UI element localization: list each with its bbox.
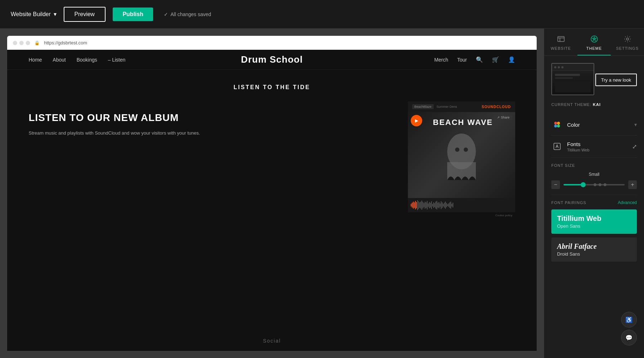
color-icon-svg [553,120,561,129]
browser-dot-green [26,41,30,45]
main-content: 🔒 https://gdsbrtest.com Home About Booki… [0,29,644,358]
browser-dot-yellow [19,41,24,45]
svg-point-9 [554,122,557,125]
slider-fill [564,184,582,185]
font-card-abril-primary: Abril Fatface [557,242,631,251]
sc-image-area: ▶ BEACH WAVE ↗ Share [408,112,515,198]
chat-icon-2[interactable]: 💬 [621,330,637,345]
sc-track: Summer Dens [436,105,457,108]
sc-album-title: BEACH WAVE [433,118,493,127]
color-icon [551,119,563,130]
font-card-titillium-secondary: Open Sans [557,223,631,229]
font-card-abril[interactable]: Abril Fatface Droid Sans [551,237,637,262]
svg-point-8 [626,38,629,40]
nav-about[interactable]: About [53,57,66,63]
browser-dot-red [13,41,17,45]
nav-bookings[interactable]: Bookings [77,57,97,63]
saved-status: ✓ All changes saved [164,11,211,17]
cart-icon[interactable]: 🛒 [492,56,499,63]
theme-thumbnail-inner [552,64,594,95]
tab-settings[interactable]: SETTINGS [611,29,644,55]
font-size-section: FONT SIZE Small − + [551,158,637,195]
site-title: Drum School [241,54,303,65]
nav-home[interactable]: Home [29,57,42,63]
theme-tab-icon [590,35,598,45]
font-size-slider-track[interactable] [564,184,625,185]
sc-info: BeachBlaze Summer Dens [412,104,457,109]
chat-icon-1[interactable]: ♿ [621,312,637,328]
listen-title: LISTEN TO THE TIDE [29,84,515,91]
album-text: LISTEN TO OUR NEW ALBUM Stream music and… [29,101,394,137]
share-icon: ↗ [497,116,500,119]
color-section-row[interactable]: Color ▾ [551,114,637,136]
sc-share-button[interactable]: ↗ Share [494,115,512,120]
search-icon[interactable]: 🔍 [476,56,483,63]
tab-website-label: WEBSITE [551,46,571,50]
font-size-plus-button[interactable]: + [628,180,637,189]
fonts-expand-icon: ⤢ [632,143,637,150]
font-pairings-header: FONT PAIRINGS Advanced [551,195,637,209]
site-nav: Home About Bookings – Listen Drum School… [7,50,537,70]
font-size-minus-button[interactable]: − [551,180,560,189]
color-section-title: Color [567,122,580,128]
site-nav-right: Merch Tour 🔍 🛒 👤 [434,56,515,63]
site-footer-social: Social [263,338,281,344]
sc-play-button[interactable]: ▶ [411,115,422,126]
tab-settings-label: SETTINGS [616,46,639,50]
saved-label: All changes saved [170,11,211,17]
current-theme-label: CURRENT THEME: KAI [551,102,637,107]
font-card-titillium[interactable]: Titillium Web Open Sans [551,209,637,234]
theme-thumbnail [551,63,594,95]
fonts-icon: A [551,141,563,152]
top-bar: Website Builder ▾ Preview Publish ✓ All … [0,0,644,29]
svg-point-12 [557,125,560,127]
browser-dots [13,41,30,45]
fonts-section-info: Fonts Titillium Web [567,141,589,152]
color-section-left: Color [551,119,580,130]
sc-footer: Cookie policy [408,212,515,218]
browser-chrome: 🔒 https://gdsbrtest.com [7,36,537,50]
fonts-icon-svg: A [553,142,561,151]
preview-button[interactable]: Preview [64,7,106,22]
font-pairings-label: FONT PAIRINGS [551,200,586,205]
accessibility-icon: ♿ [625,316,633,323]
fonts-section-row[interactable]: A Fonts Titillium Web ⤢ [551,136,637,158]
settings-tab-icon [624,35,631,45]
sc-brand: SOUNDCLOUD [482,105,511,109]
site-nav-left: Home About Bookings – Listen [29,57,126,63]
nav-merch[interactable]: Merch [434,57,448,63]
tab-theme[interactable]: THEME [577,29,611,55]
help-icon: 💬 [625,334,633,341]
font-size-value: Small [551,172,637,177]
nav-listen[interactable]: – Listen [108,57,126,63]
website-tab-icon [557,35,565,45]
album-heading: LISTEN TO OUR NEW ALBUM [29,112,394,124]
tab-website[interactable]: WEBSITE [544,29,577,55]
svg-rect-4 [558,37,564,42]
slider-dot-1 [594,183,596,186]
soundcloud-player: BeachBlaze Summer Dens SOUNDCLOUD [408,101,515,218]
svg-text:A: A [556,144,559,149]
color-chevron-icon: ▾ [634,122,637,127]
lock-icon: 🔒 [34,40,40,45]
try-new-look-button[interactable]: Try a new look [595,74,637,86]
publish-button[interactable]: Publish [113,8,153,21]
right-panel: WEBSITE THEME SETTINGS [544,29,644,358]
album-desc: Stream music and playlists with SoundClo… [29,129,394,137]
svg-point-10 [557,122,560,125]
account-icon[interactable]: 👤 [508,56,515,63]
fonts-section-title: Fonts [567,141,589,147]
site-body: LISTEN TO THE TIDE LISTEN TO OUR NEW ALB… [7,70,537,351]
website-content: Home About Bookings – Listen Drum School… [7,50,537,351]
nav-tour[interactable]: Tour [457,57,467,63]
svg-point-2 [455,147,459,152]
advanced-link[interactable]: Advanced [618,200,637,205]
theme-icon-svg [590,35,598,43]
website-builder-dropdown[interactable]: Website Builder ▾ [11,11,57,18]
settings-icon-svg [624,35,631,43]
preview-area: 🔒 https://gdsbrtest.com Home About Booki… [0,29,544,358]
slider-thumb[interactable] [581,182,586,187]
color-section-info: Color [567,122,580,128]
slider-dot-2 [599,183,601,186]
sc-cookie-policy: Cookie policy [495,214,512,217]
